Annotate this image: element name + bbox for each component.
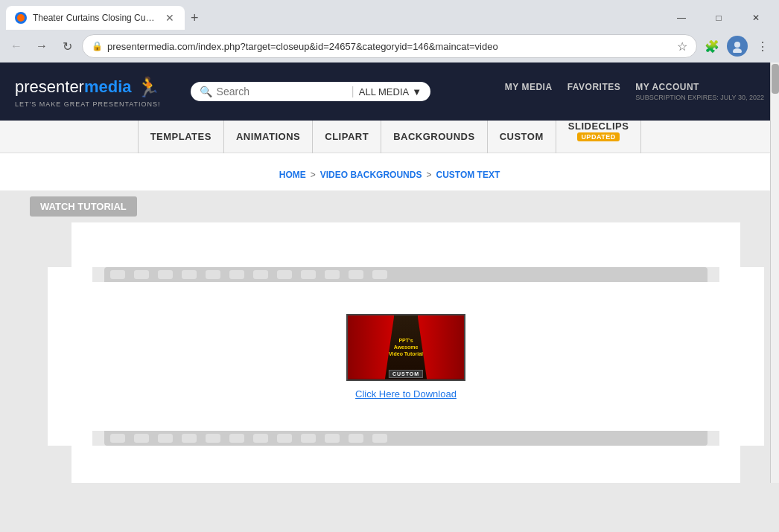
- film-hole-b-8: [277, 434, 292, 443]
- film-hole-8: [277, 270, 292, 279]
- film-hole-b-3: [158, 434, 173, 443]
- film-strip-top: [104, 267, 708, 282]
- close-tab-button[interactable]: ✕: [164, 12, 176, 24]
- main-navigation: TEMPLATES ANIMATIONS CLIPART BACKGROUNDS…: [0, 121, 779, 153]
- minimize-button[interactable]: —: [664, 6, 699, 30]
- breadcrumb-sep-2: >: [426, 170, 431, 180]
- active-tab[interactable]: Theater Curtains Closing Custom... ✕: [6, 6, 185, 30]
- favorites-nav[interactable]: FAVORITES: [567, 82, 621, 92]
- scrollbar-thumb[interactable]: [772, 64, 779, 94]
- film-hole-3: [158, 270, 173, 279]
- film-hole-11: [349, 270, 363, 279]
- film-hole-b-7: [253, 434, 268, 443]
- left-panel: [48, 267, 92, 446]
- film-hole-12: [372, 270, 387, 279]
- back-button[interactable]: ←: [6, 36, 27, 57]
- lock-icon: 🔒: [92, 41, 103, 51]
- film-strip-bottom: [104, 431, 708, 446]
- film-hole-9: [301, 270, 316, 279]
- film-hole-b-4: [182, 434, 197, 443]
- reload-button[interactable]: ↻: [57, 36, 77, 57]
- curtain-left: [348, 315, 394, 379]
- my-account-nav[interactable]: MY ACCOUNT: [635, 82, 764, 92]
- nav-clipart[interactable]: CLIPART: [313, 121, 381, 153]
- custom-badge: CUSTOM: [389, 370, 423, 378]
- breadcrumb-current: CUSTOM TEXT: [436, 170, 500, 180]
- film-hole-b-9: [301, 434, 316, 443]
- video-preview: PPT'sAwesomeVideo Tutorial CUSTOM Click …: [346, 314, 465, 400]
- film-hole-b-12: [372, 434, 387, 443]
- search-bar[interactable]: 🔍 | ALL MEDIA ▼: [191, 82, 430, 101]
- nav-templates[interactable]: TEMPLATES: [138, 121, 224, 153]
- scrollbar[interactable]: [770, 63, 779, 483]
- updated-badge: UPDATED: [577, 132, 619, 141]
- film-cell-left: [92, 282, 137, 431]
- nav-backgrounds[interactable]: BACKGROUNDS: [381, 121, 488, 153]
- film-cell-center: PPT'sAwesomeVideo Tutorial CUSTOM Click …: [137, 282, 675, 431]
- top-white-panel: [71, 222, 740, 267]
- film-strip-row: PPT'sAwesomeVideo Tutorial CUSTOM Click …: [92, 282, 719, 431]
- stage-text: PPT'sAwesomeVideo Tutorial: [389, 337, 423, 357]
- my-media-nav[interactable]: MY MEDIA: [505, 82, 553, 92]
- slideclips-label: SLIDECLIPS: [568, 121, 629, 132]
- tab-favicon: [15, 12, 27, 24]
- chrome-menu-button[interactable]: ⋮: [752, 36, 773, 57]
- url-bar[interactable]: 🔒 presentermedia.com/index.php?target=cl…: [82, 34, 697, 58]
- maximize-button[interactable]: □: [702, 6, 736, 30]
- film-hole-b-11: [349, 434, 363, 443]
- film-hole-1: [110, 270, 125, 279]
- film-hole-b-1: [110, 434, 125, 443]
- tab-title: Theater Curtains Closing Custom...: [33, 13, 158, 23]
- breadcrumb-home[interactable]: HOME: [279, 170, 306, 180]
- breadcrumb-video-backgrounds[interactable]: VIDEO BACKGROUNDS: [320, 170, 422, 180]
- logo-media: media: [84, 77, 132, 96]
- logo-presenter: presenter: [15, 77, 84, 96]
- extensions-button[interactable]: 🧩: [702, 36, 722, 57]
- logo-figure-icon: 🏃: [136, 76, 160, 99]
- profile-avatar[interactable]: [727, 36, 748, 57]
- search-type-selector[interactable]: ALL MEDIA ▼: [359, 86, 422, 97]
- search-input[interactable]: [217, 86, 347, 97]
- new-tab-button[interactable]: +: [185, 7, 205, 29]
- watch-tutorial-button[interactable]: WATCH TUTORIAL: [30, 196, 137, 217]
- film-hole-2: [134, 270, 149, 279]
- logo-area: presentermedia 🏃 LET'S MAKE GREAT PRESEN…: [15, 76, 161, 108]
- breadcrumb: HOME > VIDEO BACKGROUNDS > CUSTOM TEXT: [279, 170, 500, 180]
- film-strip-area: PPT'sAwesomeVideo Tutorial CUSTOM Click …: [0, 267, 779, 446]
- film-hole-b-2: [134, 434, 149, 443]
- logo-tagline: LET'S MAKE GREAT PRESENTATIONS!: [15, 100, 161, 108]
- curtain-right: [418, 315, 464, 379]
- video-thumbnail: PPT'sAwesomeVideo Tutorial CUSTOM: [346, 314, 465, 381]
- film-hole-7: [253, 270, 268, 279]
- breadcrumb-sep-1: >: [311, 170, 316, 180]
- svg-point-0: [17, 14, 25, 22]
- close-window-button[interactable]: ✕: [739, 6, 773, 30]
- search-type-label: ALL MEDIA: [359, 86, 409, 97]
- svg-point-2: [733, 48, 742, 53]
- site-header: presentermedia 🏃 LET'S MAKE GREAT PRESEN…: [0, 63, 779, 121]
- chevron-down-icon: ▼: [412, 86, 422, 97]
- bottom-white-panel: [71, 446, 740, 483]
- film-strip: PPT'sAwesomeVideo Tutorial CUSTOM Click …: [92, 267, 719, 446]
- nav-slideclips[interactable]: SLIDECLIPS UPDATED: [556, 121, 642, 153]
- film-hole-4: [182, 270, 197, 279]
- search-icon: 🔍: [200, 86, 212, 97]
- right-panel: [719, 267, 764, 446]
- bookmark-icon[interactable]: ☆: [677, 39, 687, 54]
- forward-button[interactable]: →: [31, 36, 52, 57]
- nav-custom[interactable]: CUSTOM: [488, 121, 556, 153]
- film-hole-5: [206, 270, 220, 279]
- header-navigation: MY MEDIA FAVORITES MY ACCOUNT SUBSCRIPTI…: [505, 82, 764, 101]
- stage-text-area: PPT'sAwesomeVideo Tutorial: [389, 337, 423, 357]
- nav-animations[interactable]: ANIMATIONS: [224, 121, 313, 153]
- tutorial-area: WATCH TUTORIAL: [0, 190, 779, 222]
- film-hole-10: [325, 270, 340, 279]
- film-hole-b-6: [229, 434, 244, 443]
- subscription-note: SUBSCRIPTION EXPIRES: JULY 30, 2022: [635, 94, 764, 101]
- breadcrumb-container: HOME > VIDEO BACKGROUNDS > CUSTOM TEXT: [0, 153, 779, 190]
- film-cell-right: [675, 282, 719, 431]
- logo-text: presentermedia: [15, 77, 132, 97]
- film-hole-b-10: [325, 434, 340, 443]
- svg-point-1: [734, 42, 740, 48]
- download-link[interactable]: Click Here to Download: [355, 388, 457, 400]
